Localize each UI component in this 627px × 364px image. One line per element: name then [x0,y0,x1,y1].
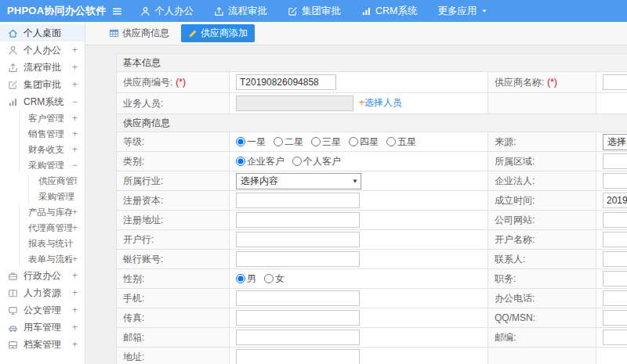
star-level-radio-3[interactable]: 四星 [349,136,379,147]
sidebar-item-process-approval[interactable]: 流程审批+ [0,59,85,76]
field-cell [596,171,627,191]
office-phone-input[interactable] [603,290,627,306]
contact-person-input[interactable] [603,251,627,267]
sidebar-item-document-mgmt[interactable]: 公文管理+ [0,301,85,319]
star-level-radio-input-0[interactable] [236,137,245,146]
founding-date-input[interactable] [603,193,627,208]
field-cell [596,211,627,230]
sidebar-item-agent-mgmt[interactable]: 代理商管理+ [19,220,85,236]
bank-account-input[interactable] [236,251,360,267]
postcode-input[interactable] [603,330,627,345]
tab-supplier-add[interactable]: 供应商添加 [181,24,255,42]
mobile-input[interactable] [236,290,360,306]
sidebar-item-admin-office[interactable]: 行政办公+ [0,267,85,284]
sidebar-item-group-approval[interactable]: 集团审批+ [0,76,85,93]
email-input[interactable] [236,330,360,345]
star-level-radio-input-3[interactable] [349,137,358,146]
label-cell [488,93,596,114]
sidebar-item-label: 用车管理 [24,321,67,334]
category-radio-1[interactable]: 个人客户 [292,156,341,167]
field-label: 传真: [123,312,144,323]
gender-radio-input-0[interactable] [236,274,245,283]
fax-input[interactable] [236,310,360,326]
category-radio-0[interactable]: 企业客户 [236,156,285,167]
sidebar-item-personal-office[interactable]: 个人办公+ [0,41,85,59]
star-level-radio-2[interactable]: 三星 [311,136,341,147]
account-name-input[interactable] [603,232,627,247]
label-cell: 注册资本: [117,191,230,211]
company-website-input[interactable] [603,212,627,228]
field-label: 联系人: [495,254,525,265]
business-staff-picker-link[interactable]: +选择人员 [359,97,402,108]
form-row: 等级:一星二星三星四星五星来源:选择内容▼ [117,132,627,152]
star-level-radio-0[interactable]: 一星 [236,136,266,147]
sidebar-item-crm-system[interactable]: CRM系统− [0,93,85,110]
expand-indicator: + [72,322,78,333]
field-label: 办公电话: [495,293,535,304]
label-cell: 来源: [488,132,596,152]
field-cell: 男女 [230,269,488,289]
sidebar-item-purchase-mgmt[interactable]: 采购管理− [19,157,85,173]
field-label: 所属区域: [495,156,535,167]
sidebar-item-label: 代理商管理 [28,222,72,234]
star-level-radio-1[interactable]: 二星 [274,136,303,147]
sidebar-item-reports-stats[interactable]: 报表与统计 [19,236,85,251]
sidebar-item-archive-mgmt[interactable]: 档案管理+ [0,336,85,353]
label-cell: 传真: [117,308,230,328]
hamburger-icon [111,5,123,17]
topnav-label: CRM系统 [375,5,417,18]
gender-radio-input-1[interactable] [264,274,274,283]
supplier-name-input[interactable] [603,74,627,90]
topnav-process-approval[interactable]: 流程审批 [204,0,277,22]
star-level-radio-4[interactable]: 五星 [386,136,416,147]
sidebar-item-label: 档案管理 [24,338,67,351]
region-input[interactable] [603,153,627,169]
address-input[interactable] [236,349,360,364]
field-label: 银行账号: [123,254,163,265]
label-cell: 邮箱: [117,328,230,348]
sidebar-item-personal-desktop[interactable]: 个人桌面 [0,24,85,41]
star-level-radio-input-4[interactable] [386,137,396,146]
star-level-radio-input-2[interactable] [311,137,321,146]
field-cell [596,250,627,269]
sidebar-item-human-resources[interactable]: 人力资源+ [0,284,85,301]
sidebar-item-purchasing-mgmt[interactable]: 采购管理 [28,189,85,204]
sidebar-item-vehicle-mgmt[interactable]: 用车管理+ [0,319,85,336]
registered-address-input[interactable] [236,212,360,228]
sidebar-item-customer-mgmt[interactable]: 客户管理+ [19,110,85,126]
sidebar-item-form-flow-settings[interactable]: 表单与流程设置+ [19,251,85,267]
category-radio-input-1[interactable] [292,157,302,166]
sidebar-item-sales-mgmt[interactable]: 销售管理+ [19,126,85,142]
supplier-add-form: 基本信息供应商编号:(*)供应商名称:(*)业务人员:+选择人员供应商信息等级:… [116,53,627,364]
gender-radio-1[interactable]: 女 [264,273,285,284]
field-label: 公司网站: [495,214,535,225]
user-icon [140,6,150,16]
form-row: 性别:男女职务: [117,269,627,289]
field-cell: 一星二星三星四星五星 [230,132,488,152]
industry-select[interactable]: 选择内容▼ [236,173,361,189]
legal-person-input[interactable] [603,173,627,189]
form-row: 手机:办公电话: [117,289,627,308]
topnav-crm-system[interactable]: CRM系统 [351,0,427,22]
sidebar-item-finance-inout[interactable]: 财务收支+ [19,142,85,157]
category-radio-input-0[interactable] [236,157,245,166]
label-cell: 开户名称: [488,230,596,250]
menu-toggle-button[interactable] [103,5,130,17]
sidebar-item-product-inventory[interactable]: 产品与库存+ [19,204,85,220]
source-select[interactable]: 选择内容▼ [603,134,627,150]
topnav-more-apps[interactable]: 更多应用 [427,0,498,22]
edit-icon [8,80,18,90]
topnav-personal-office[interactable]: 个人办公 [130,0,204,22]
qq-msn-input[interactable] [603,310,627,326]
sidebar-item-supplier-mgmt[interactable]: 供应商管理 [28,173,85,189]
registered-capital-input[interactable] [236,193,360,208]
star-level-radio-input-1[interactable] [274,137,283,146]
bank-branch-input[interactable] [236,232,360,247]
gender-radio-0[interactable]: 男 [236,273,256,284]
supplier-code-input[interactable] [236,74,336,90]
business-staff-input[interactable] [236,96,353,111]
topnav-group-approval[interactable]: 集团审批 [277,0,351,22]
label-cell: 供应商编号:(*) [117,72,230,93]
job-title-input[interactable] [603,271,627,287]
tab-supplier-info[interactable]: 供应商信息 [104,24,174,42]
